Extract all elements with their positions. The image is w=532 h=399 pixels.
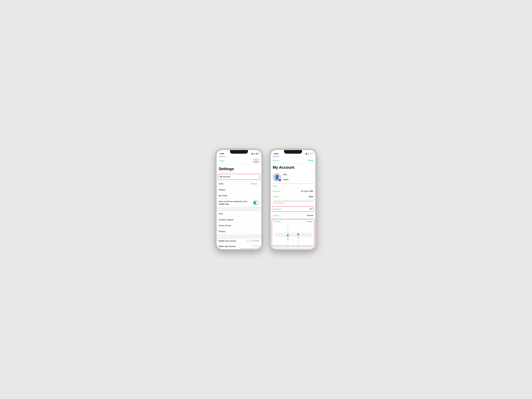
cancel-button[interactable]: Cancel (273, 159, 279, 162)
watch-version-row: Watch App Version V 2.9.2 Fetched the 28… (217, 244, 261, 249)
picker-item (293, 224, 303, 227)
picker-body[interactable]: 1 2 3 4 5 6 7 , 0 1 2 (272, 224, 314, 246)
tag-heuer-logo: TAG HEUER (253, 159, 259, 163)
picker-done-button[interactable]: Done (307, 221, 312, 223)
handicap-label: Handicap (274, 208, 281, 210)
settings-scroll[interactable]: My Account › Units Metres ⌄ Players › (217, 173, 261, 249)
picker-item: 3 (293, 243, 303, 246)
country-row[interactable]: Country France (271, 213, 315, 218)
wifi-icon-2: ▲ (308, 153, 309, 155)
my-clubs-row[interactable]: My Clubs › (217, 193, 261, 199)
email-label: Email (273, 185, 277, 187)
birth-date-value: 23 June 1991 (301, 190, 313, 193)
settings-section-main: Units Metres ⌄ Players › My Clubs › S (217, 181, 261, 207)
picker-comma: , (292, 237, 293, 241)
handicap-picker[interactable]: No HCP Done 1 2 3 4 5 6 7 , (272, 219, 314, 246)
battery-icon-2 (310, 153, 312, 154)
status-icons-1: ▲ (251, 153, 258, 155)
workouts-row[interactable]: Save rounds as workouts in the Health Ap… (217, 199, 261, 207)
terms-chevron: › (259, 225, 259, 227)
svg-text:HEUER: HEUER (254, 161, 258, 162)
handicap-value: 4.0 (310, 208, 312, 210)
picker-col-1[interactable]: 1 2 3 4 5 6 7 (283, 224, 292, 246)
my-clubs-label: My Clubs (219, 194, 227, 197)
units-value[interactable]: Metres ⌄ (251, 183, 259, 185)
done-button[interactable]: Done (308, 159, 313, 162)
settings-title-bar: Settings (217, 165, 261, 173)
units-chevron-down-icon: ⌄ (258, 183, 259, 185)
gender-row[interactable]: Gender Male (271, 194, 315, 200)
players-row[interactable]: Players › (217, 187, 261, 193)
account-page-title: My Account (271, 163, 315, 171)
camera-icon: 📷 (279, 180, 281, 181)
country-label: Country (273, 214, 279, 217)
picker-header: No HCP Done (272, 219, 314, 224)
picker-item: 3 (283, 230, 292, 233)
phone-2: 15:04 ▲ ◀ Search Cancel Done (270, 149, 317, 250)
search-back-row: ◀ Search (217, 155, 261, 158)
contact-support-row[interactable]: Contact Support › (217, 217, 261, 223)
watch-version-sub: Fetched the 28/06/2022 13:51 (240, 248, 259, 249)
units-row[interactable]: Units Metres ⌄ (217, 181, 261, 187)
picker-col-2[interactable]: 0 1 2 3 (293, 224, 303, 246)
workouts-toggle[interactable] (253, 201, 259, 205)
picker-item-selected: 4 (283, 233, 292, 237)
contact-support-chevron: › (259, 219, 259, 221)
avatar-last-name[interactable]: Heuer (283, 178, 289, 181)
signal-icon (251, 153, 253, 154)
back-label: Back (220, 160, 224, 162)
handicap-row[interactable]: Handicap 4.0 (272, 206, 314, 212)
account-title: My Account (273, 165, 313, 170)
my-account-chevron: › (258, 176, 258, 178)
page-title-1: Settings (219, 167, 259, 171)
mobile-version-value: V 2.2.2(5989) (247, 240, 259, 242)
search-back-row-2: ◀ Search (271, 155, 315, 158)
country-value: France (307, 214, 313, 217)
birth-date-label: Birth Date (273, 190, 281, 192)
players-label: Players (219, 189, 226, 191)
signal-icon-2 (305, 153, 307, 154)
avatar-circle[interactable]: 👤 📷 (273, 173, 281, 181)
toggle-knob (256, 201, 259, 204)
avatar-names: TAG Heuer (283, 174, 313, 181)
section-gap-1 (217, 207, 261, 211)
picker-item (293, 230, 303, 232)
avatar-first-name[interactable]: TAG (283, 174, 287, 176)
gender-value: Male (309, 195, 313, 198)
contact-support-label: Contact Support (219, 219, 234, 221)
privacy-chevron: › (259, 231, 259, 232)
my-account-screen[interactable]: My Account 👤 📷 TAG Heuer (271, 163, 315, 249)
gender-label: Gender (273, 196, 279, 198)
nav-bar-1: ‹ Back TAG HEUER (217, 158, 261, 165)
players-chevron: › (259, 189, 259, 191)
picker-no-hcp-button[interactable]: No HCP (274, 221, 281, 223)
status-time-2: 15:04 (274, 153, 278, 155)
picker-item (293, 227, 303, 230)
units-label: Units (219, 183, 223, 185)
picker-item: 2 (293, 239, 303, 243)
status-time-1: 13:51 (220, 153, 224, 155)
privacy-row[interactable]: Privacy › (217, 229, 261, 234)
section-gap-2 (217, 234, 261, 238)
picker-item: 1 (283, 224, 292, 227)
birth-date-row[interactable]: Birth Date 23 June 1991 (271, 189, 315, 194)
faq-row[interactable]: FAQ › (217, 211, 261, 217)
account-nav: Cancel Done (271, 158, 315, 163)
gender-hint: Your Gender information will be used to … (271, 200, 315, 206)
notch-2 (284, 150, 302, 154)
picker-selector (274, 233, 312, 237)
camera-badge[interactable]: 📷 (279, 179, 281, 181)
phone-1: 13:51 ▲ ◀ Search ‹ Back (215, 149, 262, 250)
email-field-row[interactable]: Email (271, 184, 315, 189)
back-chevron-icon: ‹ (219, 160, 219, 162)
my-clubs-chevron: › (259, 195, 259, 197)
picker-item: 6 (283, 240, 292, 244)
mobile-version-label: Mobile App Version (219, 240, 236, 242)
watch-version-label: Watch App Version (219, 245, 236, 248)
my-account-row[interactable]: My Account › (218, 174, 260, 180)
terms-row[interactable]: Terms Of Use › (217, 223, 261, 229)
svg-text:TAG: TAG (255, 160, 258, 161)
back-button[interactable]: ‹ Back (219, 160, 224, 162)
account-fields: Email Birth Date 23 June 1991 Gender Mal… (271, 183, 315, 218)
status-icons-2: ▲ (305, 153, 312, 155)
